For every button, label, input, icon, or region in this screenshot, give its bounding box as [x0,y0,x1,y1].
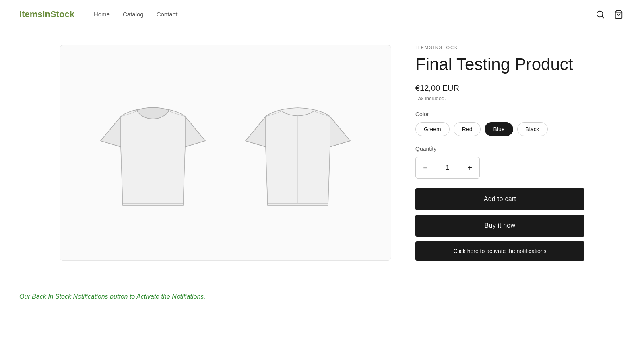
header: ItemsinStock Home Catalog Contact [0,0,644,29]
tshirt-images [68,84,383,221]
quantity-increase[interactable]: + [460,157,479,178]
product-gallery [60,45,391,261]
quantity-value: 1 [435,164,460,171]
logo[interactable]: ItemsinStock [19,9,74,20]
logo-text: ItemsinStock [19,9,74,19]
minus-icon: − [423,163,428,173]
svg-line-1 [602,16,603,18]
nav-contact[interactable]: Contact [157,11,178,18]
color-black[interactable]: Black [517,122,548,136]
add-to-cart-button[interactable]: Add to cart [415,188,584,210]
quantity-label: Quantity [415,146,584,152]
main-content: ITEMSINSTOCK Final Testing Product €12,0… [40,29,604,277]
tax-note: Tax included. [415,95,584,101]
product-info: ITEMSINSTOCK Final Testing Product €12,0… [415,45,584,261]
search-icon [596,10,605,19]
notify-button[interactable]: Click here to activate the notifications [415,241,584,261]
plus-icon: + [467,163,472,173]
tshirt-back [233,84,362,221]
cart-button[interactable] [613,8,625,21]
color-red[interactable]: Red [454,122,481,136]
product-title: Final Testing Product [415,55,584,74]
color-options: Greem Red Blue Black [415,122,584,136]
color-blue[interactable]: Blue [485,122,513,136]
buy-now-button[interactable]: Buy it now [415,215,584,237]
color-greem[interactable]: Greem [415,122,450,136]
color-label: Color [415,111,584,117]
product-price: €12,00 EUR [415,84,584,93]
bottom-bar: Our Back In Stock Notifications button t… [0,285,644,309]
main-nav: Home Catalog Contact [94,11,594,18]
quantity-decrease[interactable]: − [416,157,435,178]
nav-catalog[interactable]: Catalog [123,11,144,18]
search-button[interactable] [594,8,606,21]
header-icons [594,8,625,21]
notification-promo-text: Our Back In Stock Notifications button t… [19,293,206,300]
tshirt-front [89,84,217,221]
cart-icon [614,10,623,19]
quantity-control: − 1 + [415,157,480,179]
product-brand: ITEMSINSTOCK [415,45,584,50]
nav-home[interactable]: Home [94,11,110,18]
